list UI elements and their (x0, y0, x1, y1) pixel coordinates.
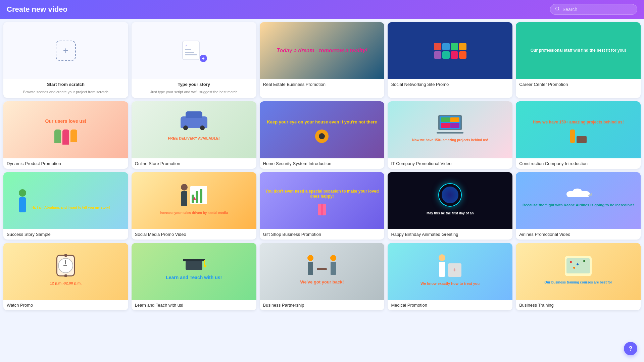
home-security-thumb: Keep your eye on your house even if you'… (260, 101, 385, 158)
home-security-card[interactable]: Keep your eye on your house even if you'… (260, 101, 385, 169)
svg-point-0 (556, 7, 559, 10)
handshake-label: Business Partnership (260, 300, 385, 310)
type-story-desc: Just type your script and we'll suggest … (132, 90, 256, 98)
social-networking-card[interactable]: Social Networking Site Promo (388, 22, 512, 98)
dynamic-product-card[interactable]: Our users love us! Dynamic Product Promo… (3, 101, 128, 169)
medical-label: Medical Promotion (388, 300, 512, 310)
template-grid: + Start from scratch Browse scenes and c… (0, 19, 644, 314)
success-story-card[interactable]: Hi, I am Abraham, and I want to tell you… (3, 172, 128, 240)
learn-teach-thumb-text: Learn and Teach with us! (163, 272, 225, 283)
airlines-card[interactable]: Because the flight with Kaane Airlines i… (516, 172, 641, 240)
social-media-promo-label: Social Media Promo Video (132, 229, 256, 240)
learn-teach-card[interactable]: Learn and Teach with us! Learn and Teach… (132, 243, 256, 310)
type-story-title: Type your story (132, 79, 256, 90)
airlines-thumb: Because the flight with Kaane Airlines i… (516, 172, 641, 229)
medical-card[interactable]: + We know exactly how to treat you Medic… (388, 243, 512, 310)
medical-thumb-text: We know exactly how to treat you (418, 278, 482, 289)
learn-teach-label: Learn and Teach with us! (132, 300, 256, 310)
dynamic-thumb-text: Our users love us! (42, 115, 89, 127)
real-estate-label: Real Estate Business Promotion (260, 79, 385, 90)
career-center-card[interactable]: Our professional staff will find the bes… (516, 22, 641, 98)
type-story-icon: ✓ + (182, 41, 206, 61)
social-media-promo-thumb: Increase your sales driven by social med… (132, 172, 256, 229)
it-company-card[interactable]: Now we have 150+ amazing projects behind… (388, 101, 512, 169)
start-scratch-desc: Browse scenes and create your project fr… (3, 90, 128, 98)
career-center-thumb: Our professional staff will find the bes… (516, 22, 641, 79)
online-store-thumb-text: FREE DELIVERY AVAILABLE! (165, 133, 222, 143)
real-estate-thumb: Today a dream - tomorrow a reality! (260, 22, 385, 79)
gift-shop-label: Gift Shop Business Promotion (260, 229, 385, 240)
social-media-promo-card[interactable]: Increase your sales driven by social med… (132, 172, 256, 240)
construction-thumb-text: How we have 150+ amazing projects behind… (530, 117, 627, 128)
help-button[interactable]: ? (624, 342, 637, 355)
airlines-thumb-text: Because the flight with Kaane Airlines i… (520, 200, 637, 210)
page-title: Create new video (7, 5, 67, 14)
it-company-thumb: Now we have 150+ amazing projects behind… (388, 101, 512, 158)
success-thumb-text: Hi, I am Abraham, and I want to tell you… (29, 203, 113, 212)
birthday-thumb: May this be the first day of an (388, 172, 512, 229)
online-store-label: Online Store Promotion (132, 158, 256, 169)
business-training-thumb: Our business training courses are best f… (516, 243, 641, 300)
start-scratch-card[interactable]: + Start from scratch Browse scenes and c… (3, 22, 128, 98)
business-training-thumb-text: Our business training courses are best f… (542, 277, 615, 287)
social-networking-thumb (388, 22, 512, 79)
dynamic-product-thumb: Our users love us! (3, 101, 128, 158)
watch-thumb: 12 p.m.-02.00 p.m. (3, 243, 128, 300)
online-store-thumb: FREE DELIVERY AVAILABLE! (132, 101, 256, 158)
watch-label: Watch Promo (3, 300, 128, 310)
construction-label: Construction Company Introduction (516, 158, 641, 169)
handshake-card[interactable]: We've got your back! Business Partnershi… (260, 243, 385, 310)
start-scratch-title: Start from scratch (3, 79, 128, 90)
handshake-thumb-text: We've got your back! (297, 277, 346, 288)
home-security-thumb-text: Keep your eye on your house even if you'… (264, 117, 380, 128)
gift-shop-thumb-text: You don't even need a special occasion t… (260, 186, 385, 202)
business-training-card[interactable]: Our business training courses are best f… (516, 243, 641, 310)
gift-shop-card[interactable]: You don't even need a special occasion t… (260, 172, 385, 240)
real-estate-thumb-text: Today a dream - tomorrow a reality! (274, 45, 370, 57)
construction-thumb: How we have 150+ amazing projects behind… (516, 101, 641, 158)
success-story-label: Success Story Sample (3, 229, 128, 240)
success-story-thumb: Hi, I am Abraham, and I want to tell you… (3, 172, 128, 229)
social-media-thumb-text: Increase your sales driven by social med… (157, 208, 231, 218)
search-input[interactable] (562, 7, 632, 12)
it-company-thumb-text: Now we have 150+ amazing projects behind… (409, 135, 491, 145)
search-icon (555, 6, 560, 12)
construction-card[interactable]: How we have 150+ amazing projects behind… (516, 101, 641, 169)
it-company-label: IT Company Promotional Video (388, 158, 512, 169)
airlines-label: Airlines Promotional Video (516, 229, 641, 240)
social-networking-label: Social Networking Site Promo (388, 79, 512, 90)
watch-card[interactable]: 12 p.m.-02.00 p.m. Watch Promo (3, 243, 128, 310)
search-container[interactable] (550, 4, 637, 15)
career-thumb-text: Our professional staff will find the bes… (528, 45, 629, 56)
learn-teach-thumb: Learn and Teach with us! (132, 243, 256, 300)
watch-thumb-text: 12 p.m.-02.00 p.m. (47, 278, 85, 288)
birthday-card[interactable]: May this be the first day of an Happy Bi… (388, 172, 512, 240)
online-store-card[interactable]: FREE DELIVERY AVAILABLE! Online Store Pr… (132, 101, 256, 169)
career-center-label: Career Center Promotion (516, 79, 641, 90)
birthday-thumb-text: May this be the first day of an (424, 208, 477, 218)
app-header: Create new video (0, 0, 644, 19)
real-estate-card[interactable]: Today a dream - tomorrow a reality! Real… (260, 22, 385, 98)
birthday-label: Happy Birthday Animated Greeting (388, 229, 512, 240)
type-story-card[interactable]: ✓ + Type your story Just type your scrip… (132, 22, 256, 98)
dynamic-product-label: Dynamic Product Promotion (3, 158, 128, 169)
gift-shop-thumb: You don't even need a special occasion t… (260, 172, 385, 229)
medical-thumb: + We know exactly how to treat you (388, 243, 512, 300)
plus-icon: + (56, 41, 76, 61)
handshake-thumb: We've got your back! (260, 243, 385, 300)
business-training-label: Business Training (516, 300, 641, 310)
home-security-label: Home Security System Introduction (260, 158, 385, 169)
